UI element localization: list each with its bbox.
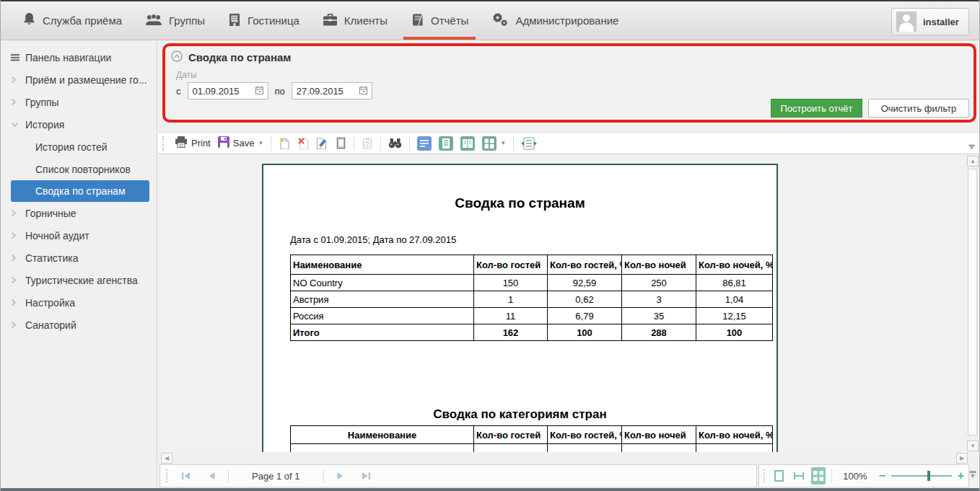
multipage-view-button[interactable]: ▼ xyxy=(479,135,509,152)
toolbar-drag-handle[interactable] xyxy=(162,136,167,151)
zoom-slider-thumb[interactable] xyxy=(927,471,930,481)
fit-page-width-button[interactable] xyxy=(518,135,540,152)
zoom-single-page-button[interactable] xyxy=(772,467,786,485)
avatar xyxy=(896,12,916,32)
nav-reception[interactable]: Служба приёма xyxy=(11,1,134,40)
sidebar-item-travel-agencies[interactable]: Туристические агенства xyxy=(1,269,157,291)
nav-administration[interactable]: Администрирование xyxy=(480,1,630,40)
horizontal-scrollbar[interactable]: ◀ ▶ xyxy=(158,452,974,464)
delete-page-button[interactable] xyxy=(294,135,312,152)
pagination-panel: Page 1 of 1 xyxy=(159,464,757,487)
scroll-down-button[interactable]: ▼ xyxy=(967,441,979,451)
filter-title: Сводка по странам xyxy=(188,51,291,63)
caret-down-icon: ▼ xyxy=(500,140,506,146)
page-counter: Page 1 of 1 xyxy=(252,471,300,482)
sidebar-item-sanatorium[interactable]: Санаторий xyxy=(1,314,157,336)
report-viewer-toolbar: Print Save ▼ ? ▼ xyxy=(158,132,979,154)
status-bar: Page 1 of 1 100% − + ▬▼ xyxy=(158,464,979,488)
single-page-view-button[interactable] xyxy=(414,135,434,152)
sidebar-item-reception[interactable]: Приём и размещение го... xyxy=(1,68,157,91)
nav-reports[interactable]: Отчёты xyxy=(399,1,480,40)
sidebar-item-settings[interactable]: Настройка xyxy=(1,291,157,314)
chevron-right-icon xyxy=(11,321,19,329)
zoom-whole-page-button[interactable] xyxy=(811,467,825,485)
page-setup-button[interactable] xyxy=(332,135,349,152)
first-page-button[interactable] xyxy=(176,468,195,484)
print-button[interactable]: Print xyxy=(172,135,214,152)
date-from-input[interactable]: 01.09.2015 xyxy=(188,82,268,99)
sidebar-item-repeat-guests[interactable]: Список повторников xyxy=(1,158,157,180)
zoom-in-button[interactable]: + xyxy=(958,470,964,482)
sidebar-item-groups[interactable]: Группы xyxy=(1,91,157,113)
nav-label: Клиенты xyxy=(344,14,388,27)
bell-icon xyxy=(22,12,36,29)
nav-groups[interactable]: Группы xyxy=(134,1,216,40)
window-top-edge xyxy=(1,0,979,1)
zoom-slider[interactable] xyxy=(891,471,952,481)
zoom-panel: 100% − + xyxy=(758,464,969,487)
sidebar-item-maids[interactable]: Горничные xyxy=(1,202,157,224)
report-preview-area: Сводка по странам Дата с 01.09.2015; Дат… xyxy=(158,154,968,452)
hamburger-icon xyxy=(11,53,19,62)
report-filter-panel: Сводка по странам Даты с 01.09.2015 по 2… xyxy=(162,43,976,123)
previous-page-button[interactable] xyxy=(202,468,221,484)
nav-label: Администрирование xyxy=(515,14,618,27)
table-total-row: Итого 162 100 288 100 xyxy=(291,324,773,341)
facing-view-button[interactable] xyxy=(458,135,478,152)
countries-table: Наименование Кол-во гостей Кол-во гостей… xyxy=(290,255,773,341)
collapse-circle-icon[interactable] xyxy=(171,50,183,64)
scroll-left-button[interactable]: ◀ xyxy=(161,453,172,464)
save-button[interactable]: Save ▼ xyxy=(215,135,267,152)
find-button[interactable] xyxy=(385,135,405,152)
build-report-button[interactable]: Построить отчёт xyxy=(771,99,862,118)
report-page: Сводка по странам Дата с 01.09.2015; Дат… xyxy=(262,164,778,452)
printer-icon xyxy=(175,136,188,150)
chevron-right-icon xyxy=(11,276,19,285)
sidebar-item-country-summary[interactable]: Сводка по странам xyxy=(11,180,149,202)
clear-filter-button[interactable]: Очистить фильтр xyxy=(868,99,969,118)
table-row: Австрия 1 0,62 3 1,04 xyxy=(291,291,773,308)
statusbar-scroll-button[interactable]: ▬▼ xyxy=(968,469,978,483)
calendar-icon[interactable] xyxy=(255,86,263,97)
zoom-out-button[interactable]: − xyxy=(879,470,885,482)
sidebar-item-history[interactable]: История xyxy=(1,113,157,136)
report-date-line: Дата с 01.09.2015; Дата по 27.09.2015 xyxy=(290,234,776,245)
nav-label: Служба приёма xyxy=(43,14,122,27)
edit-page-button[interactable] xyxy=(313,135,331,152)
panel-drag-handle[interactable] xyxy=(166,469,169,482)
new-page-button[interactable] xyxy=(276,135,293,152)
chevron-right-icon xyxy=(11,254,19,262)
continuous-view-button[interactable] xyxy=(436,135,456,152)
date-to-input[interactable]: 27.09.2015 xyxy=(292,82,372,99)
sidebar-item-statistics[interactable]: Статистика xyxy=(1,247,157,269)
top-navigation: Служба приёма Группы Гостиница Клиенты О… xyxy=(1,1,979,40)
vertical-scrollbar[interactable]: ▲ ▼ xyxy=(967,155,979,452)
briefcase-icon xyxy=(323,14,338,28)
nav-hotel[interactable]: Гостиница xyxy=(216,1,311,40)
sidebar-item-guest-history[interactable]: История гостей xyxy=(1,136,157,158)
chevron-right-icon xyxy=(11,298,19,307)
watermark-button[interactable]: ? xyxy=(359,135,376,152)
date-to-label: по xyxy=(275,86,285,97)
scroll-right-button[interactable]: ▶ xyxy=(956,453,968,464)
sidebar-item-night-audit[interactable]: Ночной аудит xyxy=(1,224,157,247)
table-header-row: Наименование Кол-во гостей Кол-во гостей… xyxy=(291,255,773,275)
user-button[interactable]: installer xyxy=(891,8,969,35)
calendar-icon[interactable] xyxy=(359,86,367,97)
gears-icon xyxy=(491,12,509,29)
date-from-label: с xyxy=(176,86,181,97)
sidebar-header[interactable]: Панель навигации xyxy=(1,46,157,68)
chevron-right-icon xyxy=(11,98,19,107)
outline-splitter-button[interactable]: ▬▼ xyxy=(966,143,977,152)
scrollbar-thumb[interactable] xyxy=(968,169,977,435)
zoom-level: 100% xyxy=(843,471,867,482)
caret-down-icon: ▼ xyxy=(258,140,263,146)
scroll-up-button[interactable]: ▲ xyxy=(967,156,979,167)
nav-clients[interactable]: Клиенты xyxy=(311,1,399,40)
zoom-page-width-button[interactable] xyxy=(792,467,805,485)
next-page-button[interactable] xyxy=(331,468,350,484)
panel-drag-handle[interactable] xyxy=(764,469,766,482)
last-page-button[interactable] xyxy=(357,468,376,484)
users-icon xyxy=(145,14,162,28)
section2-title: Сводка по категориям стран xyxy=(263,407,776,422)
